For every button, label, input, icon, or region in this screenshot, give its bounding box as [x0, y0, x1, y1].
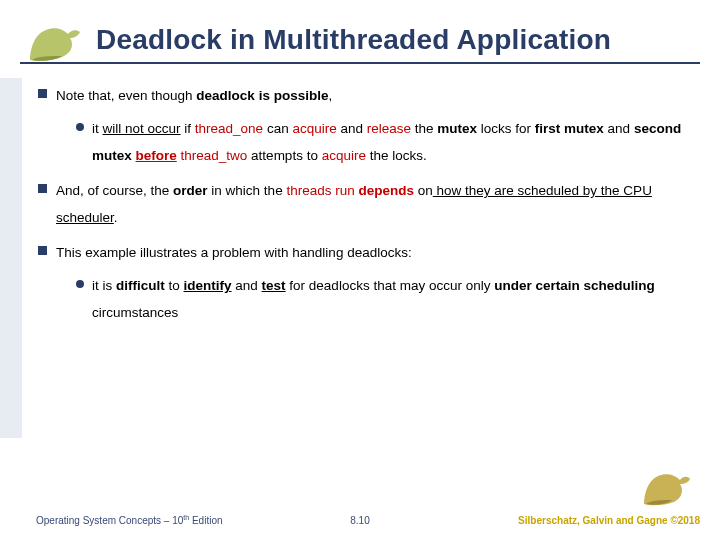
text: the [411, 121, 437, 136]
text: in which the [208, 183, 287, 198]
text: difficult [116, 278, 165, 293]
text: This example illustrates a problem with … [56, 245, 412, 260]
slide: Deadlock in Multithreaded Application No… [0, 0, 720, 540]
text: Edition [189, 515, 222, 526]
bullet-1-sub: it will not occur if thread_one can acqu… [76, 115, 690, 169]
title-row: Deadlock in Multithreaded Application [0, 18, 720, 68]
slide-title: Deadlock in Multithreaded Application [96, 24, 611, 56]
text: Operating System Concepts – 10 [36, 515, 183, 526]
text: attempts to [247, 148, 321, 163]
text: and [604, 121, 634, 136]
footer-page-number: 8.10 [350, 515, 369, 526]
text: depends [358, 183, 414, 198]
text: it is [92, 278, 116, 293]
text: locks for [477, 121, 535, 136]
bullet-3-sub: it is difficult to identify and test for… [76, 272, 690, 326]
text: thread_one [195, 121, 263, 136]
text: order [173, 183, 208, 198]
text: to [165, 278, 184, 293]
text: before [136, 148, 177, 163]
text: on [414, 183, 433, 198]
text: identify [184, 278, 232, 293]
text: the locks. [366, 148, 427, 163]
dinosaur-left-icon [24, 20, 84, 64]
text: thread_two [181, 148, 248, 163]
text: and [337, 121, 367, 136]
title-rule [20, 62, 700, 64]
text: under certain scheduling [494, 278, 655, 293]
text: if [181, 121, 195, 136]
footer-left: Operating System Concepts – 10th Edition [36, 514, 223, 526]
bullet-2: And, of course, the order in which the t… [38, 177, 690, 231]
text: , [328, 88, 332, 103]
text: threads run [286, 183, 354, 198]
text: can [263, 121, 292, 136]
text: . [114, 210, 118, 225]
slide-body: Note that, even though deadlock is possi… [38, 82, 690, 334]
text: circumstances [92, 305, 178, 320]
bullet-1: Note that, even though deadlock is possi… [38, 82, 690, 169]
text: release [367, 121, 411, 136]
footer-copyright: Silberschatz, Galvin and Gagne ©2018 [518, 515, 700, 526]
text: acquire [322, 148, 366, 163]
bullet-3: This example illustrates a problem with … [38, 239, 690, 326]
text: and [232, 278, 262, 293]
text: for deadlocks that may occur only [286, 278, 495, 293]
text: test [262, 278, 286, 293]
text: Note that, even though [56, 88, 196, 103]
text: first mutex [535, 121, 604, 136]
text: And, of course, the [56, 183, 173, 198]
left-accent-bar [0, 78, 22, 438]
text: it [92, 121, 103, 136]
text: acquire [292, 121, 336, 136]
footer: Operating System Concepts – 10th Edition… [0, 496, 720, 526]
text: deadlock is possible [196, 88, 328, 103]
text: will not occur [103, 121, 181, 136]
text: mutex [437, 121, 477, 136]
